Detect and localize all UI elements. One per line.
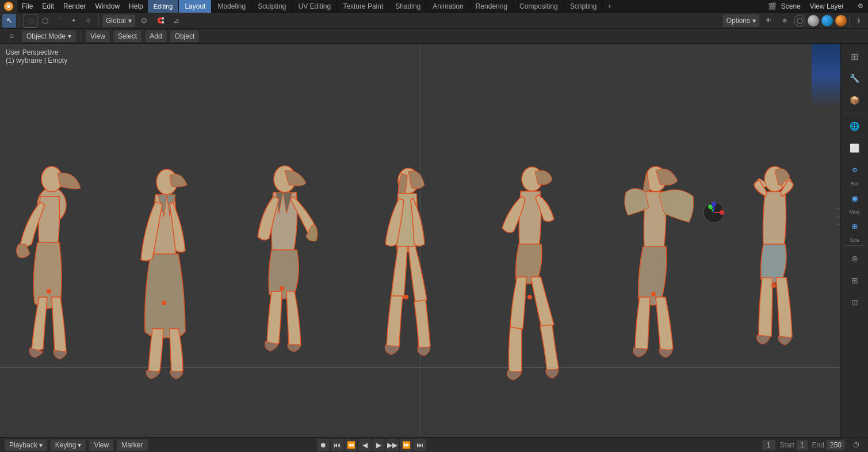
keying-menu[interactable]: Keying ▾: [51, 439, 86, 451]
panel-icon-constraints[interactable]: ⊗: [844, 248, 865, 269]
tab-texture-paint[interactable]: Texture Paint: [337, 0, 389, 13]
add-menu[interactable]: Add: [145, 31, 166, 42]
menu-render[interactable]: Render: [59, 0, 90, 13]
viewport-shading-rendered[interactable]: [835, 15, 847, 26]
object-mode-dropdown[interactable]: Object Mode ▾: [22, 31, 76, 42]
panel-icon-world[interactable]: 🌐: [844, 116, 865, 136]
box-select-tool[interactable]: ⬚: [24, 14, 37, 28]
workspace-tabs: Editing Layout Modeling Sculpting UV Edi…: [148, 0, 617, 13]
playback-menu[interactable]: Playback ▾: [5, 439, 47, 451]
panel-icon-particles[interactable]: ◉: [844, 188, 865, 208]
panel-icon-physics[interactable]: ⊕: [844, 216, 865, 237]
panel-item-6: ⚙ Rot: [844, 159, 865, 187]
properties-panel-highlight: [812, 44, 840, 107]
measure-tool[interactable]: ⊹: [81, 14, 95, 28]
current-frame[interactable]: 1: [762, 440, 775, 450]
play-button[interactable]: ▶: [372, 439, 385, 451]
figure-1: [17, 166, 81, 359]
tab-scripting[interactable]: Scripting: [564, 0, 603, 13]
lasso-select-tool[interactable]: ⌒: [52, 14, 66, 28]
timeline-bar: Playback ▾ Keying ▾ View Marker ⏺ ⏮ ⏪ ◀ …: [0, 437, 868, 452]
app-logo: [0, 0, 17, 13]
start-frame-value[interactable]: 1: [797, 440, 808, 450]
menu-help[interactable]: Help: [124, 0, 148, 13]
overlay-toggle[interactable]: 👁: [762, 14, 775, 28]
clock-icon[interactable]: ⏱: [850, 438, 863, 452]
start-frame-group: Start 1: [780, 440, 808, 450]
skip-to-start-button[interactable]: ⏮: [331, 439, 343, 451]
next-keyframe-button[interactable]: ⏩: [400, 439, 412, 451]
viewport-gizmo[interactable]: X: [702, 201, 725, 224]
circle-select-tool[interactable]: ◯: [38, 14, 52, 28]
stop-button[interactable]: ⏺: [317, 439, 330, 451]
tab-shading[interactable]: Shading: [389, 0, 427, 13]
view-menu-timeline[interactable]: View: [89, 439, 113, 451]
menu-edit[interactable]: Edit: [37, 0, 59, 13]
panel-label-rot: Rot: [850, 181, 858, 187]
end-frame-value[interactable]: 250: [827, 440, 845, 450]
scene-selector[interactable]: 🎬 Scene: [763, 2, 805, 10]
header-sep-1: [81, 31, 81, 41]
panel-icon-scene[interactable]: 📦: [844, 90, 865, 111]
proportional-edit[interactable]: ⊿: [170, 14, 183, 28]
main-area: User Perspective (1) wybrane | Empty: [0, 44, 868, 437]
figure-4: [385, 168, 430, 356]
panel-icon-object[interactable]: ⬜: [844, 138, 865, 158]
step-forward-button[interactable]: ▶▶: [386, 439, 399, 451]
viewport-3d[interactable]: User Perspective (1) wybrane | Empty: [0, 44, 840, 437]
viewport-shading-solid[interactable]: [808, 15, 819, 26]
panel-icon-tool[interactable]: 🔧: [844, 68, 865, 89]
tab-layout[interactable]: Layout: [179, 0, 212, 13]
timeline-right: 1 Start 1 End 250 ⏱: [762, 438, 863, 452]
tab-editing[interactable]: Editing: [148, 0, 179, 13]
transform-orientation[interactable]: Global ▾: [102, 14, 135, 27]
expand-icon[interactable]: ⟫: [852, 14, 866, 28]
object-menu[interactable]: Object: [170, 31, 200, 42]
tab-animation[interactable]: Animation: [427, 0, 469, 13]
panel-label-sca: Sca: [850, 237, 859, 243]
options-dropdown[interactable]: Options ▾: [723, 14, 759, 27]
panel-icon-data[interactable]: ⊞: [844, 270, 865, 291]
pivot-point[interactable]: ⊙: [137, 14, 151, 28]
viewport-shading-material[interactable]: [821, 15, 833, 26]
tool-cursor[interactable]: ↖: [2, 14, 16, 28]
panel-item-1: ⊞: [844, 46, 865, 67]
view-menu[interactable]: View: [86, 31, 110, 42]
tab-uv-editing[interactable]: UV Editing: [293, 0, 338, 13]
panel-icon-material[interactable]: ⊡: [844, 292, 865, 313]
menu-file[interactable]: File: [17, 0, 37, 13]
skip-to-end-button[interactable]: ⏭: [414, 439, 426, 451]
tab-rendering[interactable]: Rendering: [470, 0, 514, 13]
step-back-button[interactable]: ◀: [358, 439, 371, 451]
svg-point-11: [404, 295, 408, 299]
tab-sculpting[interactable]: Sculpting: [252, 0, 292, 13]
panel-item-2: 🔧: [844, 68, 865, 89]
tab-modeling[interactable]: Modeling: [212, 0, 252, 13]
prev-keyframe-button[interactable]: ⏪: [345, 439, 357, 451]
snap-toggle[interactable]: 🧲: [154, 14, 167, 28]
panel-item-10: ⊞: [844, 270, 865, 291]
select-menu[interactable]: Select: [113, 31, 142, 42]
figure-7: [754, 166, 793, 345]
gizmo-toggle[interactable]: ⊕: [778, 14, 791, 28]
figure-5: [502, 167, 559, 380]
select-tools: ⬚ ◯ ⌒ ✦ ⊹: [24, 14, 95, 28]
svg-point-15: [651, 292, 656, 297]
panel-icon-view[interactable]: ⊞: [844, 46, 865, 67]
tweak-tool[interactable]: ✦: [67, 14, 81, 28]
viewport-shading-wire[interactable]: ◯: [794, 15, 805, 26]
menu-window[interactable]: Window: [90, 0, 124, 13]
svg-point-1: [7, 5, 10, 8]
engine-selector[interactable]: ⚙: [853, 2, 868, 10]
svg-point-7: [162, 301, 166, 305]
view-layer-selector[interactable]: View Layer: [805, 2, 848, 10]
panel-icon-modifier[interactable]: ⚙: [844, 159, 865, 180]
mode-icon[interactable]: ⊙: [5, 29, 18, 43]
marker-menu[interactable]: Marker: [117, 439, 147, 451]
tab-compositing[interactable]: Compositing: [514, 0, 564, 13]
panel-item-7: ◉ Mod: [844, 188, 865, 215]
top-menu-bar: File Edit Render Window Help Editing Lay…: [0, 0, 868, 13]
add-workspace-button[interactable]: +: [603, 2, 616, 10]
end-label: End: [812, 441, 824, 449]
collapse-handle[interactable]: [836, 202, 840, 231]
